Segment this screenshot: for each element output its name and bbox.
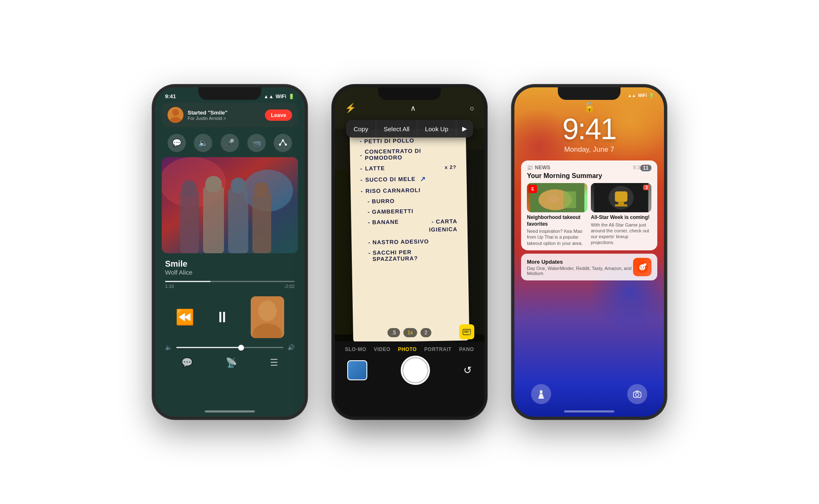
note-line-9: - NASTRO ADESIVO bbox=[361, 238, 458, 246]
zoom-05x[interactable]: .5 bbox=[387, 328, 400, 337]
track-title: Smile bbox=[165, 259, 295, 269]
signal-icon: ▲▲ bbox=[264, 94, 274, 99]
news-item-2[interactable]: 3 All-Star Week is coming! With the All-… bbox=[591, 183, 651, 246]
svg-line-6 bbox=[280, 140, 283, 145]
facetime-banner: Started "Smile" For Justin Arnold > Leav… bbox=[162, 103, 298, 127]
svg-rect-47 bbox=[540, 393, 542, 394]
volume-up-button-3[interactable] bbox=[512, 137, 514, 158]
morning-summary-notification: 📰 NEWS 9:30 AM 11 Your Morning Summary bbox=[521, 160, 657, 250]
notif-badge: 11 bbox=[640, 165, 651, 171]
progress-track[interactable] bbox=[165, 281, 295, 282]
svg-rect-12 bbox=[203, 186, 224, 253]
context-menu: Copy Select All Look Up ▶ bbox=[346, 120, 473, 137]
volume-up-button[interactable] bbox=[153, 137, 155, 158]
share-button[interactable] bbox=[274, 134, 292, 152]
ls-date: Monday, June 7 bbox=[514, 145, 664, 154]
lock-icon: 🔓 bbox=[514, 102, 664, 113]
news-1-headline: Neighborhood takeout favorites bbox=[527, 214, 588, 227]
camera-modes: SLO-MO VIDEO PHOTO PORTRAIT PANO bbox=[345, 341, 474, 356]
camera-rotate-button[interactable]: ↺ bbox=[463, 364, 472, 376]
news-grid: E Neighborhood takeout favorites Need in… bbox=[521, 183, 657, 250]
svg-point-20 bbox=[258, 300, 277, 321]
phone-1: 9:41 ▲▲ WiFi 🔋 Start bbox=[153, 85, 307, 419]
phone3-screen: ▲▲ WiFi 🔋 🔓 9:41 Monday, June 7 📰 NEWS 9… bbox=[514, 87, 664, 417]
time-display: 9:41 bbox=[165, 93, 176, 99]
mode-photo[interactable]: PHOTO bbox=[398, 346, 417, 352]
pause-button[interactable]: ⏸ bbox=[215, 308, 230, 326]
svg-point-18 bbox=[254, 182, 269, 197]
home-indicator-3 bbox=[564, 410, 614, 412]
live-photo-icon[interactable]: ○ bbox=[470, 104, 474, 113]
camera-button[interactable] bbox=[627, 384, 647, 404]
news-img-sports: 3 bbox=[591, 183, 651, 212]
progress-fill bbox=[165, 281, 211, 282]
svg-rect-38 bbox=[615, 191, 628, 202]
volume-control: 🔈 🔊 bbox=[155, 342, 305, 352]
video-button[interactable]: 📹 bbox=[247, 134, 266, 152]
news-2-desc: With the All-Star Game just around the c… bbox=[591, 222, 651, 246]
chat-button[interactable]: 💬 bbox=[168, 134, 186, 152]
contact-avatar bbox=[168, 107, 183, 123]
mode-video[interactable]: VIDEO bbox=[374, 346, 391, 352]
camera-thumbnail[interactable] bbox=[347, 360, 367, 380]
news-item-1[interactable]: E Neighborhood takeout favorites Need in… bbox=[527, 183, 588, 246]
svg-point-43 bbox=[641, 267, 642, 268]
rewind-button[interactable]: ⏪ bbox=[176, 308, 194, 326]
phone2-screen: • PETTI DI POLLO - CONCENTRATO DI POMODO… bbox=[335, 87, 484, 417]
mode-pano[interactable]: PANO bbox=[459, 346, 474, 352]
airplay-button[interactable]: 📡 bbox=[226, 357, 237, 368]
notif-header: 📰 NEWS 9:30 AM bbox=[521, 160, 657, 172]
flash-icon[interactable]: ⚡ bbox=[345, 103, 356, 114]
volume-up-button-2[interactable] bbox=[332, 137, 334, 158]
phones-container: 9:41 ▲▲ WiFi 🔋 Start bbox=[153, 85, 666, 419]
mode-portrait[interactable]: PORTRAIT bbox=[424, 346, 451, 352]
camera-control-row: ↺ bbox=[335, 356, 484, 385]
svg-rect-39 bbox=[618, 201, 624, 205]
svg-point-44 bbox=[643, 267, 644, 268]
svg-line-7 bbox=[283, 140, 286, 145]
volume-down-button[interactable] bbox=[153, 165, 155, 186]
context-menu-arrow[interactable]: ▶ bbox=[456, 120, 473, 137]
mic-button[interactable]: 🎤 bbox=[221, 134, 239, 152]
power-button[interactable] bbox=[305, 142, 307, 171]
camera-top-bar: ⚡ ∧ ○ bbox=[335, 87, 484, 117]
note-line-3: - LATTE x 2? bbox=[360, 164, 456, 172]
lyrics-button[interactable]: 💬 bbox=[181, 357, 193, 368]
flashlight-button[interactable] bbox=[531, 384, 551, 404]
select-all-menu-item[interactable]: Select All bbox=[376, 120, 417, 137]
leave-button[interactable]: Leave bbox=[265, 109, 292, 121]
volume-down-button-3[interactable] bbox=[512, 165, 514, 186]
audio-button[interactable]: 🔈 bbox=[194, 134, 212, 152]
mode-slo-mo[interactable]: SLO-MO bbox=[345, 346, 366, 352]
status-icons: ▲▲ WiFi 🔋 bbox=[264, 94, 295, 99]
zoom-1x[interactable]: 1x bbox=[403, 328, 417, 337]
more-updates-notification[interactable]: More Updates Day One, WaterMinder, Reddi… bbox=[521, 254, 657, 280]
lockscreen-bottom-icons bbox=[514, 384, 664, 404]
notch-3 bbox=[558, 87, 621, 100]
svg-point-17 bbox=[231, 178, 246, 193]
phone-2: • PETTI DI POLLO - CONCENTRATO DI POMODO… bbox=[332, 85, 487, 419]
reddit-icon bbox=[633, 258, 651, 276]
food-news-badge: E bbox=[529, 185, 537, 193]
svg-point-49 bbox=[636, 393, 639, 397]
news-1-desc: Need inspiration? Kea Mao from Up Thai i… bbox=[527, 228, 588, 246]
power-button-2[interactable] bbox=[485, 142, 487, 171]
shutter-button[interactable] bbox=[401, 356, 430, 385]
silent-button[interactable] bbox=[153, 112, 155, 127]
zoom-2x[interactable]: 2 bbox=[420, 328, 432, 337]
live-text-badge[interactable]: i bbox=[459, 324, 474, 339]
volume-track[interactable] bbox=[176, 347, 283, 348]
zoom-controls: .5 1x 2 bbox=[387, 328, 431, 337]
camera-options-chevron[interactable]: ∧ bbox=[410, 104, 416, 113]
copy-menu-item[interactable]: Copy bbox=[346, 120, 376, 137]
power-button-3[interactable] bbox=[664, 142, 666, 171]
ls-signal-icon: ▲▲ bbox=[628, 93, 636, 98]
volume-knob[interactable] bbox=[238, 345, 244, 351]
look-up-menu-item[interactable]: Look Up bbox=[417, 120, 456, 137]
silent-button-2[interactable] bbox=[332, 112, 334, 127]
queue-button[interactable]: ☰ bbox=[270, 357, 278, 368]
volume-down-button-2[interactable] bbox=[332, 165, 334, 186]
silent-button-3[interactable] bbox=[512, 112, 514, 127]
note-line-10: - SACCHI PER SPAZZATURA? bbox=[362, 248, 458, 262]
notif-app-name: 📰 NEWS bbox=[527, 165, 550, 171]
